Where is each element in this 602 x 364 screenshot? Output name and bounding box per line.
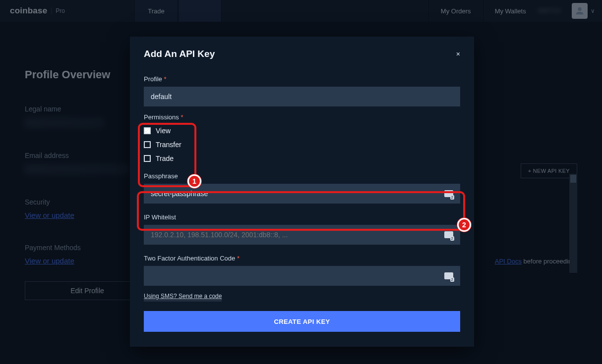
ip-whitelist-label: IP Whitelist xyxy=(144,213,460,221)
permissions-group: Permissions ✓ View Transfer Trade xyxy=(144,113,460,162)
profile-value: default xyxy=(151,93,172,101)
ip-whitelist-input[interactable] xyxy=(151,231,440,239)
permission-view-label: View xyxy=(156,127,171,135)
sms-code-link[interactable]: Using SMS? Send me a code xyxy=(144,293,222,301)
twofa-label: Two Factor Authentication Code xyxy=(144,255,460,262)
permission-transfer[interactable]: Transfer xyxy=(144,141,460,149)
keyboard-icon[interactable] xyxy=(444,231,453,238)
twofa-input[interactable] xyxy=(151,272,440,280)
create-api-key-button[interactable]: CREATE API KEY xyxy=(144,311,460,332)
passphrase-input[interactable] xyxy=(151,190,440,198)
keyboard-icon[interactable] xyxy=(444,272,453,279)
passphrase-input-wrap[interactable] xyxy=(144,184,460,204)
profile-label: Profile xyxy=(144,75,460,83)
permission-view[interactable]: ✓ View xyxy=(144,127,460,135)
permission-trade-label: Trade xyxy=(156,155,174,162)
keyboard-icon[interactable] xyxy=(444,190,453,197)
profile-select[interactable]: default xyxy=(144,87,460,106)
ip-whitelist-input-wrap[interactable] xyxy=(144,225,460,245)
permissions-label: Permissions xyxy=(144,113,460,121)
permission-transfer-label: Transfer xyxy=(156,141,181,149)
passphrase-label: Passphrase xyxy=(144,172,460,180)
modal-header: Add An API Key × xyxy=(130,37,474,68)
modal-title: Add An API Key xyxy=(144,49,215,59)
permission-trade[interactable]: Trade xyxy=(144,155,460,162)
checkbox-transfer[interactable] xyxy=(144,141,151,148)
twofa-input-wrap[interactable] xyxy=(144,266,460,286)
checkbox-trade[interactable] xyxy=(144,155,151,162)
close-icon[interactable]: × xyxy=(456,50,460,58)
checkbox-view[interactable]: ✓ xyxy=(144,127,151,134)
add-api-key-modal: Add An API Key × Profile default Permiss… xyxy=(130,37,474,347)
